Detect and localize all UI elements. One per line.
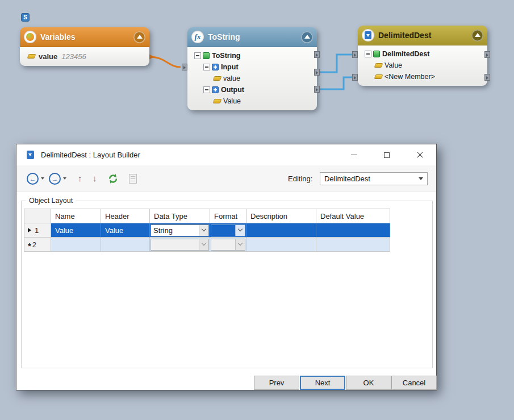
output-pad[interactable]	[314, 86, 320, 93]
chevron-down-icon[interactable]	[235, 225, 245, 236]
cell-datatype[interactable]: String	[150, 223, 210, 238]
tree-item-output-value[interactable]: Value	[187, 95, 317, 107]
maximize-button[interactable]	[370, 144, 403, 165]
format-combobox[interactable]	[211, 224, 245, 236]
column-header-name[interactable]: Name	[51, 209, 101, 223]
editing-combobox[interactable]: DelimitedDest	[320, 172, 428, 185]
input-pad[interactable]	[352, 74, 358, 81]
collapse-minus-icon[interactable]	[203, 86, 210, 93]
dialog-icon	[25, 150, 35, 160]
move-up-button[interactable]: ↑	[78, 173, 82, 184]
row-header[interactable]: 1	[24, 223, 51, 238]
tostring-node-title: ToString	[208, 32, 240, 41]
format-combobox[interactable]	[211, 239, 245, 251]
tag-icon	[374, 74, 383, 79]
cell-header[interactable]: Value	[101, 223, 150, 238]
io-group-icon	[212, 86, 219, 93]
cell-name[interactable]: Value	[51, 223, 101, 238]
cell-defaultvalue[interactable]	[316, 238, 390, 252]
forward-button[interactable]: →	[49, 173, 61, 185]
forward-dropdown-icon[interactable]	[63, 177, 66, 180]
output-pad[interactable]	[484, 51, 490, 58]
refresh-button[interactable]	[107, 173, 119, 186]
cell-format[interactable]	[210, 238, 246, 252]
minimize-button[interactable]	[337, 144, 370, 165]
cancel-button[interactable]: Cancel	[391, 376, 437, 390]
tree-item-new-member[interactable]: <New Member>	[358, 71, 487, 82]
variable-name: value	[39, 52, 57, 61]
editing-combobox-value: DelimitedDest	[324, 174, 370, 183]
collapse-minus-icon[interactable]	[365, 51, 371, 57]
collapse-minus-icon[interactable]	[203, 64, 210, 70]
chevron-down-icon[interactable]	[199, 225, 208, 236]
back-button[interactable]: ←	[27, 173, 39, 185]
tree-label: <New Member>	[385, 73, 435, 81]
cell-description[interactable]	[246, 223, 316, 238]
cell-format[interactable]	[210, 223, 246, 238]
new-row-marker: *	[28, 243, 31, 249]
ok-button[interactable]: OK	[346, 376, 391, 390]
row-header[interactable]: * 2	[24, 238, 51, 252]
delimiteddest-node[interactable]: DelimitedDest DelimitedDest Value <New M…	[358, 26, 487, 86]
tostring-node-header[interactable]: fx ToString	[187, 27, 317, 47]
cell-description[interactable]	[246, 238, 316, 252]
delimiteddest-icon	[362, 29, 374, 41]
tree-item-input-value[interactable]: value	[187, 73, 317, 84]
cell-name[interactable]	[51, 238, 101, 252]
back-dropdown-icon[interactable]	[41, 177, 44, 180]
collapse-minus-icon[interactable]	[194, 52, 201, 59]
variables-node[interactable]: Variables value 123456	[20, 27, 149, 66]
tree-label: Value	[223, 97, 241, 105]
tostring-node[interactable]: fx ToString ToString Input value Output …	[187, 27, 317, 110]
output-pad[interactable]	[314, 51, 320, 58]
collapse-button[interactable]	[301, 31, 313, 43]
current-row-arrow-icon	[28, 228, 31, 232]
cell-header[interactable]	[101, 238, 150, 252]
tostring-node-body: ToString Input value Output Value	[187, 47, 317, 110]
move-down-button[interactable]: ↓	[93, 173, 97, 184]
chevron-down-icon[interactable]	[235, 239, 245, 250]
tag-icon	[213, 99, 222, 103]
prev-button[interactable]: Prev	[254, 376, 299, 390]
delimiteddest-node-header[interactable]: DelimitedDest	[358, 26, 487, 45]
column-header-datatype[interactable]: Data Type	[150, 209, 210, 223]
tree-item-output[interactable]: Output	[187, 84, 317, 95]
dialog-titlebar[interactable]: DelimitedDest : Layout Builder	[16, 144, 436, 165]
collapse-button[interactable]	[471, 30, 483, 41]
io-group-icon	[212, 64, 219, 70]
variables-node-title: Variables	[40, 32, 76, 41]
datatype-combobox[interactable]: String	[151, 224, 209, 236]
table-row[interactable]: * 2	[24, 238, 390, 252]
tree-item-input[interactable]: Input	[187, 61, 317, 73]
collapse-button[interactable]	[133, 31, 145, 43]
paste-button[interactable]	[129, 174, 137, 184]
column-header-defaultvalue[interactable]: Default Value	[316, 209, 390, 223]
input-pad[interactable]	[352, 51, 358, 58]
variable-value: 123456	[61, 52, 86, 61]
tree-item-tostring[interactable]: ToString	[187, 50, 317, 61]
tree-item-delimiteddest[interactable]: DelimitedDest	[358, 48, 487, 60]
chevron-down-icon[interactable]	[199, 239, 208, 250]
next-button[interactable]: Next	[300, 376, 345, 390]
dialog-toolbar: ← → ↑ ↓ Editing: DelimitedDest	[16, 165, 436, 192]
output-pad[interactable]	[314, 69, 320, 76]
datatype-combobox[interactable]	[151, 239, 209, 251]
tag-icon	[213, 76, 222, 81]
tree-item-value[interactable]: Value	[358, 60, 487, 71]
column-header-description[interactable]: Description	[246, 209, 316, 223]
output-pad[interactable]	[484, 74, 490, 81]
cell-defaultvalue[interactable]	[316, 223, 390, 238]
variable-row[interactable]: value 123456	[20, 50, 149, 63]
node-root-icon	[203, 52, 210, 59]
column-header-header[interactable]: Header	[101, 209, 150, 223]
column-header-format[interactable]: Format	[210, 209, 246, 223]
corner-cell[interactable]	[24, 209, 51, 223]
tree-label: Value	[385, 61, 402, 69]
close-button[interactable]	[403, 144, 436, 165]
groupbox-label: Object Layout	[26, 197, 76, 205]
variables-node-header[interactable]: Variables	[20, 27, 149, 47]
cell-datatype[interactable]	[150, 238, 210, 252]
table-header-row: Name Header Data Type Format Description…	[24, 209, 390, 223]
table-row[interactable]: 1 Value Value String	[24, 223, 390, 238]
input-pad[interactable]	[182, 64, 187, 70]
